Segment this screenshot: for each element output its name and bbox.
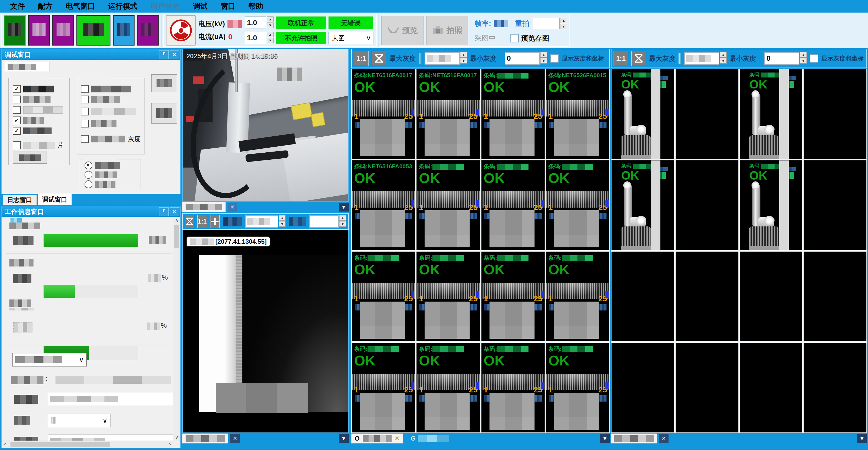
xray-grid-cell[interactable]: [676, 343, 738, 432]
zoom-1-1-button[interactable]: 1:1: [354, 51, 369, 66]
menu-debug[interactable]: 调试: [186, 0, 214, 12]
xray-grid-cell[interactable]: 条码:NET6516FA0053OK125: [352, 160, 415, 250]
checkbox[interactable]: [81, 108, 89, 115]
station-button-3[interactable]: [52, 15, 74, 46]
xray-grid-cell[interactable]: 条码:OK: [612, 160, 674, 250]
station-button-4[interactable]: [76, 15, 111, 46]
menu-run-mode[interactable]: 运行模式: [101, 0, 144, 12]
kv-spinner-arrows[interactable]: ▲▼: [267, 17, 274, 28]
station-button-6[interactable]: [137, 15, 159, 46]
close-icon[interactable]: ✕: [169, 207, 179, 216]
xray-grid-cell[interactable]: 条码:OK125: [546, 160, 609, 250]
field3-input[interactable]: [48, 434, 173, 441]
xray-grid-cell[interactable]: [676, 252, 738, 341]
station-button-2[interactable]: [28, 15, 50, 46]
xray-grid-cell[interactable]: 条码:NET6516FA0017OK125: [417, 69, 479, 159]
radio[interactable]: [85, 161, 92, 169]
window-list-dropdown[interactable]: ▼: [339, 434, 349, 443]
window-list-dropdown[interactable]: ▼: [339, 203, 349, 212]
min-gray-spinner[interactable]: 0 ▲▼: [764, 52, 807, 65]
xray-grid-cell[interactable]: [676, 69, 738, 159]
work-panel-vscrollbar[interactable]: ∧ ∨: [173, 217, 180, 441]
xray-grid-cell[interactable]: 条码:OK125: [417, 160, 479, 250]
tab-debug-window[interactable]: 调试窗口: [38, 194, 72, 205]
menu-window[interactable]: 窗口: [214, 0, 242, 12]
field1-input[interactable]: [48, 393, 173, 405]
station-button-1[interactable]: [4, 15, 26, 46]
xray-grid-cell[interactable]: 条码:OK125: [482, 69, 545, 159]
xray-grid-cell[interactable]: 条码:OK: [740, 160, 802, 250]
menu-file[interactable]: 文件: [4, 0, 31, 12]
camera-live-view[interactable]: 2025年4月3日 星期四 14:15:35: [182, 49, 349, 202]
debug-tool-button-2[interactable]: [151, 103, 177, 124]
menu-electric-window[interactable]: 电气窗口: [59, 0, 101, 12]
fit-to-window-button[interactable]: [372, 51, 386, 66]
checkbox[interactable]: [81, 120, 89, 127]
xray-grid-cell[interactable]: [740, 343, 802, 432]
xray-grid-cell[interactable]: 条码:OK125: [352, 252, 415, 341]
ua-spinner[interactable]: 1.0 ▲▼: [245, 32, 274, 44]
xray-grid-cell[interactable]: 条码:OK: [612, 69, 674, 159]
checkbox[interactable]: [13, 141, 21, 149]
field2-select[interactable]: ∨: [48, 414, 111, 427]
xray-grid-cell[interactable]: 条码:NET6526FA0015OK125: [546, 69, 609, 159]
xray-grid-cell[interactable]: 条码:OK125: [352, 343, 415, 432]
xray-grid-cell[interactable]: [804, 160, 866, 250]
xray-grid-cell[interactable]: 条码:OK125: [546, 252, 609, 341]
crosshair-button[interactable]: [210, 215, 220, 228]
xray-grid-cell[interactable]: [740, 252, 802, 341]
show-gray-coord-checkbox[interactable]: [810, 54, 818, 63]
fit-to-window-button[interactable]: [185, 215, 194, 228]
checkbox[interactable]: ✓: [13, 85, 21, 93]
tab-log-window[interactable]: 日志窗口: [3, 195, 37, 205]
checkbox[interactable]: ✓: [13, 117, 21, 124]
xray-grid-cell[interactable]: 条码:OK125: [482, 343, 545, 432]
xray-grid-cell[interactable]: 条码:OK125: [417, 343, 479, 432]
station-button-5[interactable]: [113, 15, 134, 46]
xray-grid-cell[interactable]: [612, 343, 674, 432]
work-panel-hscrollbar[interactable]: < >: [2, 441, 173, 448]
max-gray-spinner[interactable]: ▲▼: [684, 52, 727, 65]
checkbox[interactable]: [81, 135, 89, 143]
kv-spinner[interactable]: 1.0 ▲▼: [245, 17, 274, 29]
max-gray-spinner[interactable]: ▲▼: [425, 52, 467, 65]
checkbox[interactable]: [13, 95, 21, 103]
close-icon[interactable]: ✕: [659, 434, 669, 443]
save-preview-checkbox[interactable]: [510, 34, 519, 42]
preview-button[interactable]: 预览: [381, 16, 424, 45]
xray-main-viewer[interactable]: [2077.41,1304.55]: [182, 230, 349, 433]
debug-action-button[interactable]: [13, 152, 47, 163]
work-mode-select[interactable]: ∨: [12, 353, 87, 366]
snapshot-button[interactable]: 拍照: [426, 16, 468, 45]
radio[interactable]: [85, 171, 92, 179]
show-gray-coord-checkbox[interactable]: [550, 54, 559, 63]
viewer-tab[interactable]: [182, 433, 228, 444]
debug-tool-button-1[interactable]: [151, 74, 177, 92]
xray-grid-cell[interactable]: [676, 160, 738, 250]
menu-user-login[interactable]: 用户登录: [144, 0, 186, 12]
grid1-tab-active[interactable]: O ✕: [351, 433, 403, 444]
xray-power-button[interactable]: [166, 15, 196, 46]
checkbox[interactable]: [13, 106, 21, 114]
close-icon[interactable]: ✕: [230, 434, 240, 443]
xray-grid-cell[interactable]: 条码:NET6516FA0017OK125: [352, 69, 415, 159]
viewer-max-gray-spinner[interactable]: ▲▼: [245, 215, 286, 228]
xray-grid-cell[interactable]: 条码:OK125: [482, 252, 545, 341]
camera-tab[interactable]: [182, 202, 226, 212]
window-list-dropdown[interactable]: ▼: [600, 434, 610, 443]
ua-spinner-arrows[interactable]: ▲▼: [267, 32, 274, 43]
close-icon[interactable]: ✕: [169, 50, 179, 59]
pin-icon[interactable]: [159, 50, 168, 59]
fit-to-window-button[interactable]: [631, 51, 646, 66]
image-size-select[interactable]: 大图∨: [329, 32, 374, 44]
xray-grid-cell[interactable]: 条码:OK: [740, 69, 802, 159]
menu-help[interactable]: 帮助: [242, 0, 270, 12]
debug-subtab[interactable]: [5, 62, 50, 71]
checkbox[interactable]: ✓: [13, 127, 21, 135]
min-gray-spinner[interactable]: 0 ▲▼: [505, 52, 547, 65]
zoom-1-1-button[interactable]: 1:1: [197, 215, 207, 228]
xray-grid-cell[interactable]: [804, 252, 866, 341]
retake-spinner[interactable]: ▲▼: [532, 18, 567, 29]
xray-grid-cell[interactable]: [804, 69, 866, 159]
zoom-1-1-button[interactable]: 1:1: [614, 51, 628, 66]
